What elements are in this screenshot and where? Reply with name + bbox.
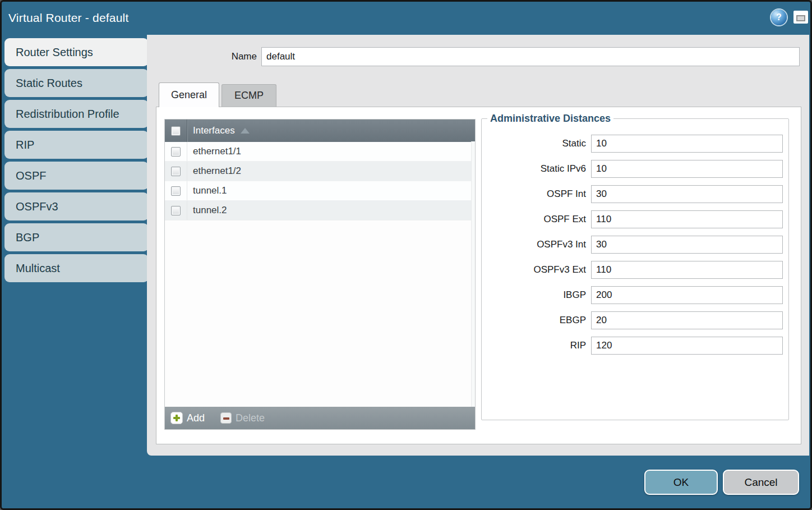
ok-button[interactable]: OK	[644, 470, 718, 495]
sidebar-item-redistribution-profile[interactable]: Redistribution Profile	[4, 100, 149, 128]
tab-general[interactable]: General	[159, 82, 219, 107]
ebgp-input[interactable]	[591, 311, 783, 329]
row-checkbox[interactable]	[171, 147, 181, 157]
name-input[interactable]	[261, 47, 800, 66]
row-checkbox-cell	[165, 181, 187, 200]
window-restore-icon-glyph	[796, 15, 805, 21]
general-tab-panel: Interfaces ethernet1/1 ethernet1/2	[156, 107, 801, 444]
table-empty-area	[165, 220, 475, 407]
table-row-ethernet1-1[interactable]: ethernet1/1	[165, 142, 475, 162]
interfaces-column-header[interactable]: Interfaces	[187, 125, 235, 136]
content-area: Name General ECMP Interfaces etherne	[147, 35, 809, 456]
ibgp-input[interactable]	[591, 286, 783, 304]
row-checkbox[interactable]	[171, 167, 181, 176]
delete-minus-icon	[220, 412, 232, 424]
row-checkbox[interactable]	[171, 206, 181, 215]
static-label: Static	[487, 138, 591, 149]
add-plus-icon	[170, 412, 183, 424]
row-checkbox-cell	[165, 162, 187, 181]
name-field-label: Name	[220, 51, 257, 62]
field-row-ospfv3-int: OSPFv3 Int	[487, 236, 783, 254]
table-footer-toolbar: Add Delete	[165, 407, 475, 429]
sidebar-item-ospf[interactable]: OSPF	[4, 162, 149, 190]
delete-button-label: Delete	[236, 412, 265, 424]
sidebar: Router Settings Static Routes Redistribu…	[4, 38, 149, 285]
add-button[interactable]: Add	[170, 412, 205, 424]
rip-input[interactable]	[591, 337, 783, 355]
ospfv3-int-label: OSPFv3 Int	[487, 239, 591, 250]
ibgp-label: IBGP	[487, 290, 591, 301]
row-checkbox[interactable]	[171, 186, 181, 196]
field-row-ospf-ext: OSPF Ext	[487, 210, 783, 228]
static-ipv6-input[interactable]	[591, 160, 783, 178]
interfaces-table: Interfaces ethernet1/1 ethernet1/2	[164, 119, 476, 430]
sidebar-item-rip[interactable]: RIP	[4, 131, 149, 159]
static-ipv6-label: Static IPv6	[487, 163, 591, 174]
select-all-cell	[165, 120, 187, 142]
table-row-tunnel-2[interactable]: tunnel.2	[165, 201, 475, 220]
sidebar-item-static-routes[interactable]: Static Routes	[4, 69, 149, 97]
row-checkbox-cell	[165, 201, 187, 220]
row-checkbox-cell	[165, 142, 187, 161]
interface-name: ethernet1/2	[187, 166, 241, 177]
select-all-checkbox[interactable]	[171, 126, 181, 136]
sidebar-item-bgp[interactable]: BGP	[4, 223, 149, 251]
interface-name: tunnel.1	[187, 185, 227, 196]
sort-ascending-icon	[241, 128, 250, 134]
sidebar-item-router-settings[interactable]: Router Settings	[4, 38, 149, 66]
static-input[interactable]	[591, 135, 783, 153]
administrative-distances-legend: Administrative Distances	[487, 113, 613, 125]
field-row-ibgp: IBGP	[487, 286, 783, 304]
ospf-int-input[interactable]	[591, 185, 783, 203]
interface-name: ethernet1/1	[187, 146, 241, 157]
field-row-static-ipv6: Static IPv6	[487, 160, 783, 178]
dialog-title: Virtual Router - default	[8, 11, 129, 25]
virtual-router-dialog: Virtual Router - default ? Router Settin…	[0, 0, 812, 510]
add-button-label: Add	[187, 412, 205, 424]
interfaces-table-header[interactable]: Interfaces	[165, 120, 475, 142]
table-row-tunnel-1[interactable]: tunnel.1	[165, 181, 475, 201]
field-row-rip: RIP	[487, 337, 783, 355]
ospf-ext-label: OSPF Ext	[487, 214, 591, 225]
administrative-distances-group: Administrative Distances Static Static I…	[481, 113, 789, 420]
ospf-int-label: OSPF Int	[487, 189, 591, 200]
ebgp-label: EBGP	[487, 315, 591, 326]
sidebar-item-ospfv3[interactable]: OSPFv3	[4, 192, 149, 220]
sidebar-item-multicast[interactable]: Multicast	[4, 254, 149, 282]
interface-name: tunnel.2	[187, 205, 227, 216]
ospf-ext-input[interactable]	[591, 210, 783, 228]
field-row-ospfv3-ext: OSPFv3 Ext	[487, 261, 783, 279]
window-restore-icon[interactable]	[793, 11, 808, 24]
field-row-ebgp: EBGP	[487, 311, 783, 329]
delete-button[interactable]: Delete	[220, 412, 265, 424]
ospfv3-ext-input[interactable]	[591, 261, 783, 279]
tab-ecmp[interactable]: ECMP	[222, 84, 276, 107]
field-row-ospf-int: OSPF Int	[487, 185, 783, 203]
table-scrollbar-track[interactable]	[471, 141, 475, 407]
ospfv3-int-input[interactable]	[591, 236, 783, 254]
field-row-static: Static	[487, 135, 783, 153]
ospfv3-ext-label: OSPFv3 Ext	[487, 264, 591, 275]
help-icon[interactable]: ?	[771, 10, 787, 25]
rip-label: RIP	[487, 340, 591, 351]
cancel-button[interactable]: Cancel	[723, 470, 799, 495]
table-row-ethernet1-2[interactable]: ethernet1/2	[165, 162, 475, 181]
